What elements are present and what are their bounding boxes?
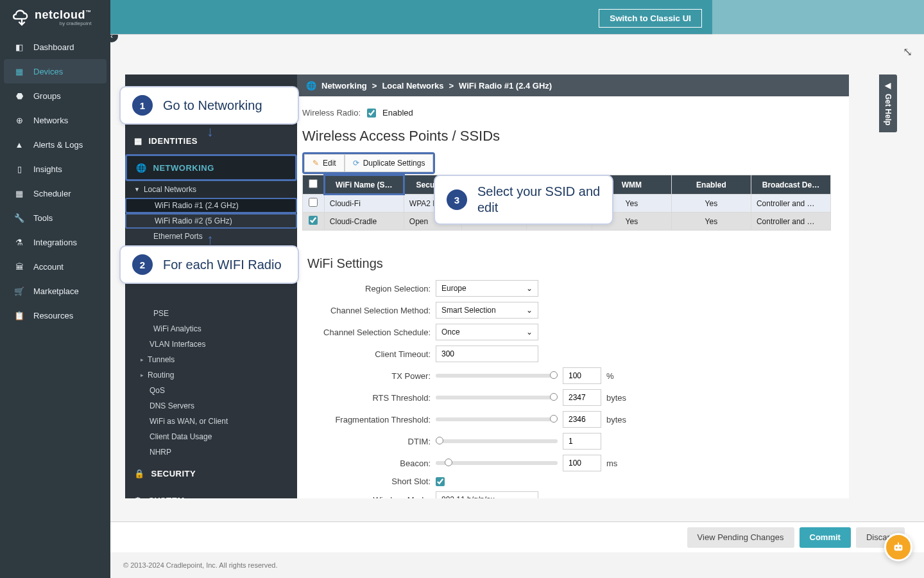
cs-nhrp[interactable]: NHRP bbox=[125, 444, 297, 460]
callout-number-1: 1 bbox=[132, 95, 153, 116]
edit-button[interactable]: ✎ Edit bbox=[304, 154, 345, 172]
row-checkbox[interactable] bbox=[309, 216, 318, 225]
frag-slider[interactable] bbox=[436, 417, 558, 421]
refresh-icon: ⟳ bbox=[353, 159, 359, 168]
globe-icon: 🌐 bbox=[306, 80, 316, 91]
cs-vlan-interfaces[interactable]: VLAN Interfaces bbox=[125, 337, 297, 352]
nav-devices[interactable]: ▦Devices bbox=[4, 59, 107, 83]
col-enabled: Enabled bbox=[671, 175, 751, 195]
cell-enabled: Yes bbox=[671, 213, 751, 231]
nav-networks[interactable]: ⊕Networks bbox=[0, 108, 110, 132]
cs-dns-servers[interactable]: DNS Servers bbox=[125, 398, 297, 414]
cs-tunnels[interactable]: ▸Tunnels bbox=[125, 352, 297, 367]
tx-power-input[interactable] bbox=[563, 367, 601, 384]
networking-section[interactable]: 🌐 NETWORKING bbox=[125, 154, 297, 181]
nav-label: Resources bbox=[33, 311, 73, 320]
nav-label: Marketplace bbox=[33, 286, 79, 296]
beacon-input[interactable] bbox=[563, 455, 601, 471]
callout-1: 1 Go to Networking bbox=[119, 86, 299, 125]
beacon-unit: ms bbox=[606, 459, 617, 468]
beacon-label: Beacon: bbox=[302, 459, 431, 468]
wireless-radio-checkbox[interactable] bbox=[367, 109, 376, 118]
nav-label: Alerts & Logs bbox=[33, 140, 83, 150]
dtim-input[interactable] bbox=[563, 433, 601, 450]
cs-wifi-as-wan-or-client[interactable]: WiFi as WAN, or Client bbox=[125, 414, 297, 429]
nav-resources[interactable]: 📋Resources bbox=[0, 303, 110, 328]
wifi-analytics-item[interactable]: WiFi Analytics bbox=[125, 321, 297, 337]
svg-rect-3 bbox=[898, 543, 899, 545]
main-body: Wireless Radio: Enabled Wireless Access … bbox=[297, 96, 849, 498]
tx-power-slider[interactable] bbox=[436, 374, 558, 378]
chevron-down-icon: ⌄ bbox=[526, 284, 533, 293]
svg-point-2 bbox=[899, 547, 901, 549]
enabled-label: Enabled bbox=[382, 108, 413, 118]
netcloud-logo-icon bbox=[13, 8, 31, 26]
nav-icon: ▦ bbox=[14, 66, 24, 76]
topbar-gap bbox=[712, 0, 924, 35]
view-pending-changes-button[interactable]: View Pending Changes bbox=[687, 527, 794, 548]
commit-button[interactable]: Commit bbox=[800, 527, 851, 548]
channel-method-select[interactable]: Smart Selection⌄ bbox=[436, 302, 538, 319]
pse-item[interactable]: PSE bbox=[125, 306, 297, 321]
arrow-down-icon: ↓ bbox=[207, 123, 214, 140]
callout-number-3: 3 bbox=[447, 189, 467, 210]
select-all-header[interactable] bbox=[303, 175, 325, 195]
nav-label: Dashboard bbox=[33, 42, 74, 52]
local-networks-header[interactable]: ▼ Local Networks bbox=[125, 181, 297, 198]
cs-qos[interactable]: QoS bbox=[125, 383, 297, 398]
security-section[interactable]: 🔒 SECURITY bbox=[125, 460, 297, 487]
breadcrumb-root[interactable]: Networking bbox=[321, 81, 367, 91]
breadcrumb-mid[interactable]: Local Networks bbox=[382, 81, 443, 91]
wireless-mode-select[interactable]: 802.11 b/g/n/ax⌄ bbox=[436, 491, 538, 498]
rts-input[interactable] bbox=[563, 389, 601, 406]
nav-marketplace[interactable]: 🛒Marketplace bbox=[0, 279, 110, 303]
nav-alerts-logs[interactable]: ▲Alerts & Logs bbox=[0, 132, 110, 157]
nav-icon: ▯ bbox=[14, 164, 24, 174]
callout-3: 3 Select your SSID and edit bbox=[434, 175, 613, 225]
switch-classic-ui-button[interactable]: Switch to Classic UI bbox=[599, 9, 702, 28]
callout-text-1: Go to Networking bbox=[163, 98, 262, 114]
rts-label: RTS Threshold: bbox=[302, 393, 431, 403]
breadcrumb-leaf: WiFi Radio #1 (2.4 GHz) bbox=[459, 81, 552, 91]
beacon-slider[interactable] bbox=[436, 461, 558, 465]
rts-unit: bytes bbox=[606, 393, 626, 403]
wifi-radio-2-item[interactable]: WiFi Radio #2 (5 GHz) bbox=[125, 213, 297, 229]
get-help-tab[interactable]: ◀ Get Help bbox=[879, 74, 897, 132]
channel-sched-select[interactable]: Once⌄ bbox=[436, 324, 538, 340]
nav-insights[interactable]: ▯Insights bbox=[0, 157, 110, 181]
callout-2: 2 For each WIFI Radio bbox=[119, 245, 299, 284]
region-select[interactable]: Europe⌄ bbox=[436, 280, 538, 297]
nav-icon: 🔧 bbox=[14, 213, 24, 223]
nav-groups[interactable]: ⬣Groups bbox=[0, 83, 110, 108]
duplicate-settings-button[interactable]: ⟳ Duplicate Settings bbox=[345, 154, 434, 172]
nav-icon: 🏛 bbox=[14, 261, 24, 272]
client-timeout-input[interactable] bbox=[436, 346, 538, 362]
nav-account[interactable]: 🏛Account bbox=[0, 254, 110, 279]
frag-input[interactable] bbox=[563, 411, 601, 428]
client-timeout-label: Client Timeout: bbox=[302, 349, 431, 359]
shrink-icon[interactable]: ⤡ bbox=[903, 45, 912, 59]
cs-routing[interactable]: ▸Routing bbox=[125, 367, 297, 383]
dtim-slider[interactable] bbox=[436, 439, 558, 443]
svg-rect-0 bbox=[894, 545, 903, 550]
cell-broadcast: Controller and … bbox=[751, 213, 830, 231]
row-checkbox[interactable] bbox=[309, 198, 318, 207]
chevron-down-icon: ▼ bbox=[134, 186, 140, 193]
chevron-right-icon: ▸ bbox=[141, 356, 144, 363]
nav-label: Integrations bbox=[33, 238, 77, 247]
nav-integrations[interactable]: ⚗Integrations bbox=[0, 230, 110, 254]
short-slot-checkbox[interactable] bbox=[436, 477, 445, 486]
left-sidebar: netcloud™ by cradlepoint ◧Dashboard▦Devi… bbox=[0, 0, 110, 578]
wifi-radio-1-item[interactable]: WiFi Radio #1 (2.4 GHz) bbox=[125, 198, 297, 213]
wireless-mode-label: Wireless Mode: bbox=[302, 495, 431, 499]
nav-dashboard[interactable]: ◧Dashboard bbox=[0, 35, 110, 59]
rts-slider[interactable] bbox=[436, 396, 558, 399]
nav-scheduler[interactable]: ▦Scheduler bbox=[0, 181, 110, 206]
col-wifi-name: WiFi Name (S… bbox=[324, 175, 404, 195]
nav-tools[interactable]: 🔧Tools bbox=[0, 206, 110, 230]
nav-label: Insights bbox=[33, 164, 62, 174]
cs-client-data-usage[interactable]: Client Data Usage bbox=[125, 429, 297, 444]
system-section[interactable]: ⚙ SYSTEM bbox=[125, 487, 297, 498]
frag-unit: bytes bbox=[606, 415, 626, 425]
chat-widget-button[interactable] bbox=[884, 533, 912, 561]
